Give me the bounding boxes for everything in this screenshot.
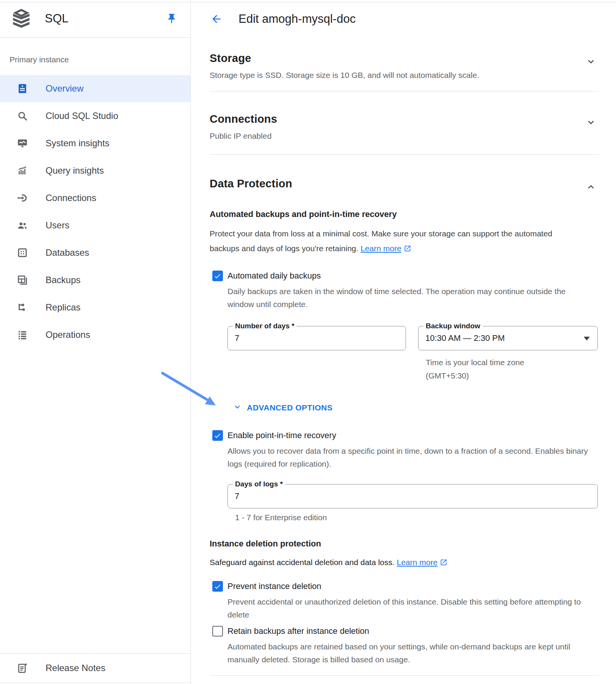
days-of-logs-group: Days of logs * 7 1 - 7 for Enterprise ed…	[227, 484, 599, 522]
main-header: Edit amogh-mysql-doc	[191, 0, 616, 38]
sidebar-item-label: Cloud SQL Studio	[46, 111, 118, 121]
pitr-row: Enable point-in-time recovery	[210, 430, 599, 441]
back-arrow-icon[interactable]	[210, 13, 223, 25]
storage-section: Storage Storage type is SSD. Storage siz…	[210, 52, 599, 80]
query-insights-icon	[17, 165, 28, 176]
sidebar-nav: Primary instance OverviewCloud SQL Studi…	[0, 38, 190, 348]
sidebar-item-label: Databases	[46, 247, 89, 258]
sidebar-nav-list: OverviewCloud SQL StudioSystem insightsQ…	[0, 75, 190, 348]
sidebar-item-cloud-sql-studio[interactable]: Cloud SQL Studio	[0, 102, 190, 130]
connections-title: Connections	[210, 113, 277, 125]
days-of-logs-label: Days of logs *	[233, 480, 285, 488]
number-of-days-label: Number of days *	[233, 322, 297, 330]
learn-more-link[interactable]: Learn more	[360, 244, 401, 253]
pin-icon[interactable]	[166, 13, 177, 24]
automated-daily-backups-row: Automated daily backups	[210, 271, 599, 281]
app-title: SQL	[45, 12, 68, 25]
sidebar-item-system-insights[interactable]: System insights	[0, 130, 190, 157]
chevron-up-icon[interactable]	[585, 181, 597, 193]
connections-icon	[17, 192, 28, 204]
sidebar-item-label: System insights	[46, 138, 109, 149]
sidebar-item-label: Users	[46, 220, 69, 231]
automated-daily-backups-checkbox[interactable]	[212, 271, 223, 281]
pitr-checkbox[interactable]	[212, 430, 223, 441]
chevron-down-icon[interactable]	[585, 56, 597, 67]
sidebar-item-query-insights[interactable]: Query insights	[0, 157, 190, 184]
storage-title: Storage	[210, 52, 479, 65]
backup-window-select[interactable]: Backup window 10:30 AM — 2:30 PM	[418, 326, 598, 350]
content: Storage Storage type is SSD. Storage siz…	[191, 38, 616, 676]
sidebar-item-operations[interactable]: Operations	[0, 321, 190, 348]
sidebar-item-label: Backups	[46, 275, 81, 285]
chevron-down-icon[interactable]	[585, 117, 597, 128]
data-protection-title: Data Protection	[210, 177, 292, 190]
prevent-deletion-row: Prevent instance deletion	[210, 581, 599, 592]
connections-section: Connections Public IP enabled	[210, 113, 599, 141]
instance-deletion-heading: Instance deletion protection	[210, 539, 599, 549]
sidebar-item-release-notes[interactable]: Release Notes	[0, 653, 190, 683]
instance-deletion-description: Safeguard against accidental deletion an…	[210, 558, 599, 568]
divider	[210, 91, 599, 92]
data-protection-section: Data Protection Automated backups and po…	[210, 177, 599, 666]
operations-icon	[17, 329, 28, 340]
automated-daily-backups-label: Automated daily backups	[227, 271, 321, 281]
backup-window-helper: Time is your local time zone (GMT+5:30)	[426, 356, 543, 382]
advanced-options-toggle[interactable]: ADVANCED OPTIONS	[232, 402, 333, 413]
days-of-logs-value: 7	[235, 491, 239, 501]
retain-backups-description: Automated backups are retained based on …	[227, 640, 599, 666]
divider	[210, 675, 599, 676]
chevron-down-icon	[232, 402, 242, 413]
sidebar-item-label: Replicas	[46, 302, 81, 313]
search-icon	[17, 110, 28, 122]
sidebar-item-label: Query insights	[46, 165, 104, 176]
databases-icon	[17, 247, 28, 258]
prevent-deletion-label: Prevent instance deletion	[227, 581, 321, 591]
prevent-deletion-checkbox[interactable]	[212, 581, 223, 592]
backups-icon	[17, 274, 28, 286]
backup-fields-row: Number of days * 7 Backup window 10:30 A…	[227, 326, 599, 382]
pitr-label: Enable point-in-time recovery	[227, 431, 336, 440]
page-title: Edit amogh-mysql-doc	[239, 12, 355, 26]
sidebar: SQL Primary instance OverviewCloud SQL S…	[0, 0, 191, 684]
sidebar-item-label: Operations	[46, 329, 90, 340]
sidebar-item-replicas[interactable]: Replicas	[0, 294, 190, 321]
system-insights-icon	[17, 138, 28, 149]
connections-description: Public IP enabled	[210, 131, 277, 141]
sidebar-item-overview[interactable]: Overview	[0, 75, 190, 102]
number-of-days-value: 7	[235, 333, 239, 343]
sidebar-item-label: Connections	[46, 193, 96, 203]
automated-backups-heading: Automated backups and point-in-time reco…	[210, 209, 599, 219]
release-notes-label: Release Notes	[46, 663, 105, 673]
page: SQL Primary instance OverviewCloud SQL S…	[0, 0, 616, 684]
storage-description: Storage type is SSD. Storage size is 10 …	[210, 71, 479, 80]
main-panel: Edit amogh-mysql-doc Storage Storage typ…	[191, 0, 616, 684]
sidebar-section-label: Primary instance	[0, 55, 190, 64]
days-of-logs-helper: 1 - 7 for Enterprise edition	[235, 513, 599, 522]
learn-more-link[interactable]: Learn more	[397, 558, 438, 567]
release-notes-icon	[17, 662, 28, 674]
prevent-deletion-description: Prevent accidental or unauthorized delet…	[227, 595, 588, 621]
open-in-new-icon	[440, 559, 447, 568]
sidebar-item-databases[interactable]: Databases	[0, 239, 190, 266]
backup-window-value: 10:30 AM — 2:30 PM	[425, 333, 505, 343]
sidebar-item-label: Overview	[46, 83, 84, 94]
overview-icon	[17, 83, 28, 94]
sql-database-stack-icon	[11, 8, 31, 29]
number-of-days-field[interactable]: Number of days * 7	[227, 326, 406, 350]
automated-backups-description: Protect your data from loss at a minimal…	[210, 226, 570, 257]
backup-window-group: Backup window 10:30 AM — 2:30 PM Time is…	[418, 326, 598, 382]
sidebar-header: SQL	[0, 0, 190, 38]
sidebar-item-backups[interactable]: Backups	[0, 266, 190, 294]
backup-window-label: Backup window	[423, 322, 483, 330]
pitr-description: Allows you to recover data from a specif…	[227, 445, 592, 470]
retain-backups-checkbox[interactable]	[212, 626, 223, 636]
retain-backups-row: Retain backups after instance deletion	[210, 626, 599, 636]
sidebar-item-connections[interactable]: Connections	[0, 184, 190, 212]
dropdown-caret-icon	[584, 337, 590, 340]
retain-backups-label: Retain backups after instance deletion	[227, 626, 369, 636]
sidebar-item-users[interactable]: Users	[0, 212, 190, 239]
days-of-logs-field[interactable]: Days of logs * 7	[227, 484, 598, 508]
advanced-options-label: ADVANCED OPTIONS	[247, 403, 333, 412]
automated-daily-backups-description: Daily backups are taken in the window of…	[227, 285, 577, 311]
replicas-icon	[17, 302, 28, 313]
